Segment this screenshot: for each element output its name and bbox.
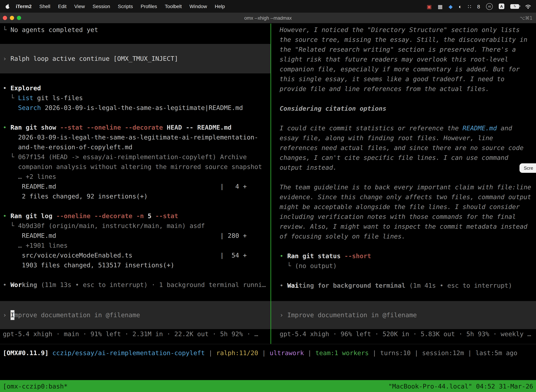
- text-segment: session:12m: [422, 349, 464, 356]
- terminal-line: of focusing solely on file lines.: [271, 232, 536, 241]
- text-segment: Wor: [10, 281, 22, 288]
- menu-shell[interactable]: Shell: [36, 4, 54, 9]
- text-segment: --short: [345, 252, 371, 260]
- text-segment: the "Related research writing" section i…: [280, 46, 516, 53]
- menu-toolbelt[interactable]: Toolbelt: [161, 4, 186, 9]
- text-segment: this single essay, it seems like a good …: [280, 75, 505, 83]
- text-segment: •: [280, 282, 287, 289]
- text-segment: No agents completed yet: [10, 26, 98, 33]
- text-segment: [OMX#0.11.9]: [3, 349, 53, 356]
- terminal-line: changes, I can't cite specific file line…: [271, 153, 536, 163]
- terminal-line: I could cite commit statistics or refere…: [271, 123, 536, 133]
- text-segment: •: [3, 212, 10, 219]
- terminal-line: 2026-03-09-is-legal-the-same-as-legitima…: [0, 132, 270, 142]
- terminal-line: [271, 173, 536, 182]
- text-segment: Wai: [287, 282, 299, 289]
- text-segment: the source tree, missing the essay. Stil…: [280, 36, 527, 43]
- left-terminal-pane[interactable]: └ No agents completed yet› Ralph loop ac…: [0, 23, 270, 344]
- text-segment: and: [497, 124, 512, 132]
- minimize-window-button[interactable]: [10, 16, 14, 20]
- menu-edit[interactable]: Edit: [54, 4, 70, 9]
- terminal-line: [271, 94, 536, 104]
- text-segment: 4b9d30f (origin/main, instructkr/main, m…: [18, 222, 205, 229]
- text-segment: HEAD -- README.md: [163, 124, 231, 131]
- right-prompt-input[interactable]: › Improve documentation in @filename: [271, 301, 536, 329]
- text-segment: --stat --oneline --decorate: [60, 124, 163, 131]
- digit-8-icon[interactable]: 8: [477, 4, 480, 9]
- screen-button[interactable]: Scre: [520, 163, 536, 173]
- text-segment: ultrawork: [270, 349, 304, 356]
- prompt-chevron: ›: [3, 310, 10, 320]
- terminal-line: [0, 201, 270, 211]
- dots-grid-icon[interactable]: ∷: [468, 4, 471, 9]
- text-segment: •: [3, 84, 10, 92]
- text-segment: git ls-files: [33, 94, 83, 102]
- terminal-line: However, I noticed the "Directory Struct…: [271, 25, 536, 35]
- terminal-line: … +2 lines: [0, 172, 270, 182]
- text-segment: •: [3, 281, 10, 288]
- terminal-line: output instead.: [271, 163, 536, 173]
- terminal-line: this single essay, it seems like a good …: [271, 74, 536, 84]
- terminal-line: review. Also, I might want to inspect th…: [271, 222, 536, 232]
- text-segment: [3, 104, 18, 111]
- window-title-bar[interactable]: omx --xhigh --madmax ⌥⌘1: [0, 13, 536, 23]
- text-segment: The team guideline is to back every impo…: [280, 183, 531, 191]
- left-transcript: └ No agents completed yet› Ralph loop ac…: [0, 25, 270, 290]
- terminal-line: slight risk that future readers may over…: [271, 54, 536, 64]
- text-segment: 1903 files changed, 513517 insertions(+): [3, 261, 174, 269]
- left-prompt-input[interactable]: › Improve documentation in @filename: [0, 301, 270, 329]
- apple-menu-icon[interactable]: [5, 4, 10, 9]
- text-segment: --oneline --decorate: [56, 212, 133, 219]
- screen-record-icon[interactable]: ▣: [427, 4, 431, 9]
- right-session-status: gpt-5.4 xhigh · 96% left · 520K in · 5.8…: [271, 329, 536, 339]
- zoom-window-button[interactable]: [17, 16, 21, 20]
- tmux-status-bar: [omx-cczip0:bash* "MacBook-Pro-44.local"…: [0, 380, 536, 392]
- omx-status-bar: [OMX#0.11.9] cczip/essay/ai-reimplementa…: [0, 344, 536, 361]
- text-segment: └: [280, 262, 295, 269]
- text-segment: team:1 workers: [315, 349, 368, 356]
- text-segment: (no output): [295, 262, 337, 269]
- menu-window[interactable]: Window: [186, 4, 211, 9]
- terminal-line: └ (no output): [271, 261, 536, 271]
- text-segment: changes, I can't cite specific file line…: [280, 154, 508, 161]
- text-segment: king: [22, 281, 37, 288]
- swirl-app-icon[interactable]: ◐: [459, 4, 462, 9]
- wifi-icon[interactable]: [525, 4, 531, 9]
- right-terminal-pane[interactable]: However, I noticed the "Directory Struct…: [271, 23, 536, 344]
- text-segment: output instead.: [280, 164, 337, 171]
- text-segment: |: [369, 349, 380, 356]
- text-segment: |: [411, 349, 422, 356]
- menu-view[interactable]: View: [70, 4, 89, 9]
- text-segment: git status: [302, 252, 344, 260]
- terminal-line: evidence. Since this change only affects…: [271, 192, 536, 202]
- terminal-line: the "Related research writing" section i…: [271, 45, 536, 54]
- menu-iterm2[interactable]: iTerm2: [12, 4, 36, 9]
- terminal-line: companion file, especially if more comme…: [271, 64, 536, 74]
- menu-scripts[interactable]: Scripts: [114, 4, 137, 9]
- macos-menu-bar: iTerm2ShellEditViewSessionScriptsProfile…: [0, 0, 536, 13]
- menu-profiles[interactable]: Profiles: [137, 4, 161, 9]
- text-segment: 067f154 (HEAD -> essay/ai-reimplementati…: [18, 153, 247, 160]
- gauge-icon[interactable]: .61: [486, 3, 493, 10]
- terminal-line: provide file and line references from th…: [271, 84, 536, 94]
- terminal-line: • Ran git log --oneline --decorate -n 5 …: [0, 211, 270, 221]
- terminal-line: • Ran git show --stat --oneline --decora…: [0, 123, 270, 132]
- input-text: Improve documentation in @filename: [287, 310, 417, 320]
- text-segment: Considering citation options: [280, 105, 386, 112]
- text-segment: cczip/essay/ai-reimplementation-copyleft: [53, 349, 205, 356]
- menu-help[interactable]: Help: [211, 4, 229, 9]
- battery-icon[interactable]: ϟ: [510, 4, 519, 9]
- inject-banner: › Ralph loop active continue [OMX_TMUX_I…: [0, 44, 270, 73]
- text-segment: ralph:11/20: [216, 349, 258, 356]
- input-source-icon[interactable]: A: [499, 4, 504, 9]
- window-tiles-icon[interactable]: ▦: [438, 4, 443, 9]
- blue-app-icon[interactable]: ◆: [449, 4, 453, 9]
- terminal-line: README.md | 4 +: [0, 182, 270, 191]
- text-segment: └: [3, 94, 18, 102]
- close-window-button[interactable]: [3, 16, 7, 20]
- menu-session[interactable]: Session: [89, 4, 114, 9]
- window-title: omx --xhigh --madmax: [0, 15, 536, 21]
- text-segment: └: [3, 26, 10, 33]
- text-segment: 2026-03-09-is-legal-the-same-as-legitima…: [41, 104, 243, 111]
- text-segment: |: [464, 349, 475, 356]
